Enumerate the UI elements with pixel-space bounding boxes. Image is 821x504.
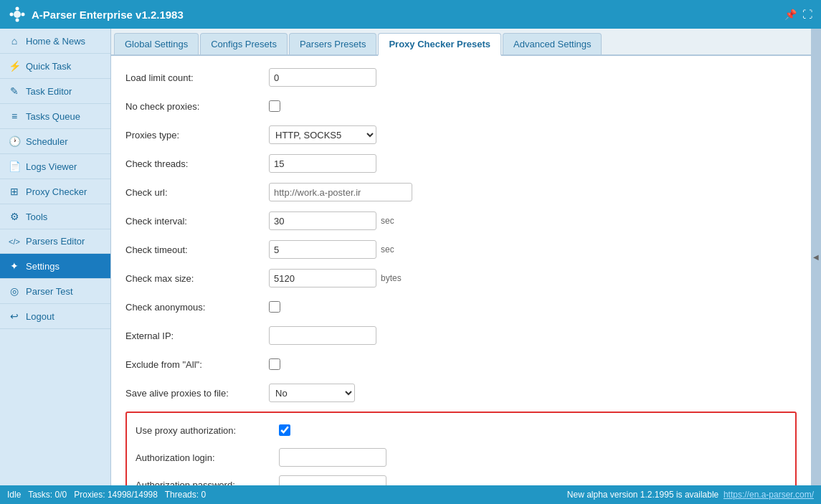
- sidebar-item-logs-viewer-label: Logs Viewer: [26, 161, 77, 172]
- collapse-button[interactable]: ◀: [811, 29, 821, 485]
- auth-password-input[interactable]: [279, 475, 386, 485]
- sidebar-item-logout[interactable]: ↩ Logout: [0, 304, 110, 329]
- status-left: Idle Tasks: 0/0 Proxies: 14998/14998 Thr…: [7, 490, 206, 500]
- tab-configs-presets[interactable]: Configs Presets: [200, 33, 288, 54]
- sidebar-item-task-editor-label: Task Editor: [26, 86, 72, 97]
- svg-point-4: [22, 13, 25, 16]
- sidebar-item-logs-viewer[interactable]: 📄 Logs Viewer: [0, 154, 110, 179]
- form-row-exclude-all: Exclude from "All":: [125, 354, 797, 374]
- check-url-input[interactable]: [269, 183, 412, 201]
- check-interval-input[interactable]: [269, 211, 376, 230]
- main-layout: ⌂ Home & News ⚡ Quick Task ✎ Task Editor…: [0, 29, 821, 485]
- tasks-queue-icon: ≡: [9, 110, 20, 122]
- load-limit-label: Load limit count:: [125, 72, 269, 83]
- exclude-all-label: Exclude from "All":: [125, 359, 269, 370]
- no-check-checkbox[interactable]: [269, 100, 280, 112]
- sidebar-item-home[interactable]: ⌂ Home & News: [0, 29, 110, 54]
- sidebar-item-logout-label: Logout: [26, 311, 54, 322]
- sidebar: ⌂ Home & News ⚡ Quick Task ✎ Task Editor…: [0, 29, 111, 485]
- check-anon-checkbox[interactable]: [269, 301, 280, 313]
- sidebar-item-scheduler-label: Scheduler: [26, 136, 68, 147]
- check-interval-suffix: sec: [381, 216, 394, 226]
- content-area: Global Settings Configs Presets Parsers …: [111, 29, 811, 485]
- logout-icon: ↩: [9, 310, 20, 322]
- check-threads-input[interactable]: [269, 154, 376, 173]
- check-max-size-input[interactable]: [269, 269, 376, 287]
- tab-parsers-presets[interactable]: Parsers Presets: [289, 33, 376, 54]
- auth-login-label: Authorization login:: [136, 452, 279, 463]
- save-alive-select[interactable]: No Yes: [269, 384, 355, 402]
- save-alive-label: Save alive proxies to file:: [125, 388, 269, 399]
- sidebar-item-tasks-queue[interactable]: ≡ Tasks Queue: [0, 104, 110, 129]
- form-row-auth-login: Authorization login:: [136, 447, 787, 467]
- no-check-label: No check proxies:: [125, 101, 269, 112]
- form-row-check-timeout: Check timeout: sec: [125, 239, 797, 260]
- form-row-check-interval: Check interval: sec: [125, 211, 797, 231]
- external-ip-input[interactable]: [269, 326, 376, 345]
- sidebar-item-parser-test[interactable]: ◎ Parser Test: [0, 279, 110, 304]
- form-row-save-alive: Save alive proxies to file: No Yes: [125, 383, 797, 403]
- sidebar-item-parsers-editor[interactable]: </> Parsers Editor: [0, 229, 110, 254]
- update-link[interactable]: https://en.a-parser.com/: [723, 490, 814, 500]
- check-anon-label: Check anonymous:: [125, 302, 269, 313]
- sidebar-item-tools-label: Tools: [26, 211, 47, 222]
- auth-login-input[interactable]: [279, 448, 386, 467]
- parser-test-icon: ◎: [9, 285, 20, 297]
- app-title: A-Parser Enterprise v1.2.1983: [32, 9, 184, 21]
- status-threads: Threads: 0: [165, 490, 206, 500]
- sidebar-item-proxy-checker[interactable]: ⊞ Proxy Checker: [0, 179, 110, 204]
- form-row-use-proxy-auth: Use proxy authorization:: [136, 420, 787, 440]
- check-interval-label: Check interval:: [125, 216, 269, 227]
- sidebar-item-task-editor[interactable]: ✎ Task Editor: [0, 79, 110, 104]
- status-bar: Idle Tasks: 0/0 Proxies: 14998/14998 Thr…: [0, 485, 821, 504]
- form-row-load-limit: Load limit count:: [125, 67, 797, 87]
- sidebar-item-tasks-queue-label: Tasks Queue: [26, 111, 80, 122]
- svg-point-3: [10, 13, 14, 16]
- expand-icon[interactable]: ⛶: [802, 9, 812, 20]
- tab-proxy-checker-presets[interactable]: Proxy Checker Presets: [378, 33, 501, 56]
- tab-advanced-settings[interactable]: Advanced Settings: [503, 33, 602, 54]
- sidebar-item-tools[interactable]: ⚙ Tools: [0, 204, 110, 229]
- tools-icon: ⚙: [9, 211, 20, 222]
- load-limit-input[interactable]: [269, 68, 376, 87]
- proxies-type-select[interactable]: HTTP, SOCKS5 HTTP SOCKS5 SOCKS4: [269, 125, 376, 144]
- use-proxy-auth-checkbox[interactable]: [279, 424, 290, 436]
- check-url-label: Check url:: [125, 187, 269, 198]
- status-tasks: Tasks: 0/0: [28, 490, 67, 500]
- check-max-size-suffix: bytes: [381, 273, 402, 283]
- sidebar-item-proxy-checker-label: Proxy Checker: [26, 186, 87, 197]
- sidebar-item-parsers-editor-label: Parsers Editor: [26, 236, 85, 247]
- app-logo: [9, 6, 26, 23]
- sidebar-item-settings[interactable]: ✦ Settings: [0, 254, 110, 279]
- settings-icon: ✦: [9, 260, 20, 272]
- task-editor-icon: ✎: [9, 85, 20, 97]
- svg-point-2: [16, 19, 19, 22]
- sidebar-item-quick-task[interactable]: ⚡ Quick Task: [0, 54, 110, 79]
- scheduler-icon: 🕐: [9, 135, 20, 147]
- sidebar-item-settings-label: Settings: [26, 261, 60, 272]
- sidebar-item-scheduler[interactable]: 🕐 Scheduler: [0, 129, 110, 154]
- form-row-no-check: No check proxies:: [125, 96, 797, 116]
- update-text: New alpha version 1.2.1995 is available: [567, 490, 718, 500]
- form-row-proxies-type: Proxies type: HTTP, SOCKS5 HTTP SOCKS5 S…: [125, 125, 797, 145]
- header-icons: 📌 ⛶: [784, 9, 812, 20]
- check-timeout-input[interactable]: [269, 240, 376, 259]
- form-row-check-anon: Check anonymous:: [125, 297, 797, 317]
- form-row-check-max-size: Check max size: bytes: [125, 268, 797, 288]
- check-timeout-suffix: sec: [381, 244, 394, 255]
- check-timeout-label: Check timeout:: [125, 244, 269, 255]
- exclude-all-checkbox[interactable]: [269, 358, 280, 370]
- parsers-editor-icon: </>: [9, 237, 20, 246]
- logs-viewer-icon: 📄: [9, 161, 20, 172]
- header: A-Parser Enterprise v1.2.1983 📌 ⛶: [0, 0, 821, 29]
- tabs-bar: Global Settings Configs Presets Parsers …: [111, 29, 811, 56]
- settings-panel: Load limit count: No check proxies: Prox…: [111, 56, 811, 485]
- header-left: A-Parser Enterprise v1.2.1983: [9, 6, 184, 23]
- check-max-size-label: Check max size:: [125, 273, 269, 284]
- form-row-check-url: Check url:: [125, 182, 797, 202]
- tab-global-settings[interactable]: Global Settings: [114, 33, 199, 54]
- sidebar-item-parser-test-label: Parser Test: [26, 286, 73, 297]
- svg-point-1: [16, 7, 19, 11]
- pin-icon[interactable]: 📌: [784, 9, 797, 20]
- quick-task-icon: ⚡: [9, 60, 20, 72]
